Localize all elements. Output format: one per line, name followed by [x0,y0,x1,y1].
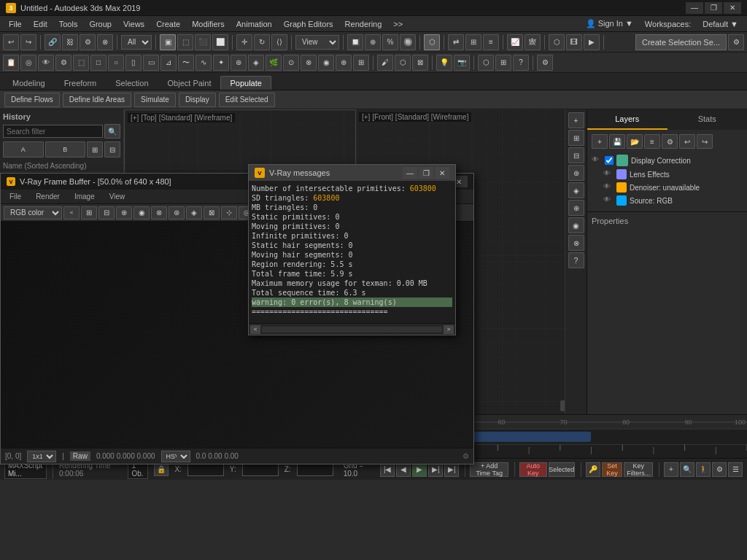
fb-tool3[interactable]: ⊕ [116,206,132,219]
color-mode-select[interactable]: RGB color [4,206,62,219]
set-key-button[interactable]: Set Key [602,462,623,477]
fb-size-select[interactable]: 1x1 [27,451,56,462]
camera-button[interactable]: 📷 [454,55,470,71]
coord-z-input[interactable] [297,463,333,476]
link-button[interactable]: 🔗 [44,34,61,50]
scene-explorer-button[interactable]: 📋 [3,55,19,71]
menu-create[interactable]: Create [150,18,186,30]
percent-snap[interactable]: % [382,34,398,50]
vray-msg-close[interactable]: ✕ [435,167,449,179]
box-button[interactable]: □ [90,55,107,71]
modifier11[interactable]: ⊞ [495,55,511,71]
menu-modifiers[interactable]: Modifiers [186,18,231,30]
isolate-viewport-button[interactable]: + [664,462,678,477]
hist-add[interactable]: ⊞ [87,141,103,158]
layer-eye-icon-4[interactable]: 👁 [603,195,614,206]
create-selection-button[interactable]: Create Selection Se... [635,34,727,50]
cylinder-button[interactable]: ▯ [125,55,142,71]
window-controls[interactable]: — ❐ ✕ [686,2,741,14]
vray-msg-horizontal-scrollbar[interactable]: < > [249,323,455,335]
modifier4[interactable]: 🌿 [266,55,282,71]
fb-tab-file[interactable]: File [4,191,27,202]
selected-button[interactable]: Selected [549,462,575,477]
angle-snap[interactable]: ⊕ [365,34,381,50]
tab-modeling[interactable]: Modeling [3,76,55,90]
align-button[interactable]: ≡ [483,34,499,50]
tab-populate[interactable]: Populate [220,76,271,90]
select-region-button[interactable]: ⬚ [177,34,193,50]
tab-freeform[interactable]: Freeform [55,76,107,90]
fb-tab-view[interactable]: View [104,191,131,202]
render-frame-button[interactable]: ⬡ [424,34,440,50]
simulate-button[interactable]: Simulate [134,93,176,107]
fb-tool4[interactable]: ◉ [133,206,150,219]
spinner-snap[interactable]: 🔘 [400,34,416,50]
filter-button[interactable]: 🔍 [104,124,120,139]
layer-settings-button[interactable]: ⚙ [662,134,678,149]
help-button[interactable]: ? [513,55,529,71]
hist-right[interactable]: B [45,141,86,158]
lasso-select-button[interactable]: ⬛ [195,34,211,50]
vp-tool8[interactable]: ? [568,252,584,268]
vp-tool4[interactable]: ◈ [568,182,584,198]
auto-key-button[interactable]: Auto Key [519,462,546,477]
menu-views[interactable]: Views [117,18,150,30]
menu-sign-in[interactable]: 👤 Sign In ▼ [580,18,639,30]
vray-msg-window-controls[interactable]: — ❐ ✕ [403,167,449,179]
layer-list-button[interactable]: ≡ [644,134,660,149]
vray-msg-maximize[interactable]: ❐ [419,167,433,179]
fb-tool5[interactable]: ⊗ [151,206,167,219]
layer-redo-button[interactable]: ↪ [697,134,713,149]
fb-hsv-select[interactable]: HSV [161,451,190,462]
select-object-button[interactable]: ▣ [160,34,176,50]
array-button[interactable]: ⊞ [465,34,481,50]
vray-msg-minimize[interactable]: — [403,167,417,179]
vp-tool5[interactable]: ⊕ [568,200,584,216]
redo-button[interactable]: ↪ [20,34,36,50]
hscroll-right[interactable]: > [444,325,454,334]
snap-toggle[interactable]: 🔲 [347,34,363,50]
fence-select-button[interactable]: ⬜ [212,34,228,50]
modifier8[interactable]: ⊕ [336,55,352,71]
menu-workspaces-value[interactable]: Default ▼ [697,18,744,30]
fb-tool2[interactable]: ⊟ [98,206,115,219]
curve-editor[interactable]: 📈 [507,34,523,50]
minimize-button[interactable]: — [686,2,703,14]
layer-add-button[interactable]: + [592,134,608,149]
define-idle-areas-button[interactable]: Define Idle Areas [63,93,131,107]
render-setup[interactable]: 🎞 [566,34,582,50]
filter-select[interactable]: All [121,35,152,50]
close-button[interactable]: ✕ [724,2,741,14]
menu-file[interactable]: File [3,18,28,30]
search-filter-input[interactable] [3,125,103,138]
snapshot-btn[interactable]: ⚙ [537,55,553,71]
sphere-button[interactable]: ○ [108,55,124,71]
viewport-options-button[interactable]: ⚙ [712,462,727,477]
fb-tool1[interactable]: ⊞ [81,206,97,219]
layer-undo-button[interactable]: ↩ [679,134,695,149]
bind-button[interactable]: ⚙ [80,34,96,50]
modifier2[interactable]: ⊛ [231,55,247,71]
key-icon-button[interactable]: 🔑 [586,462,600,477]
layer-folder-button[interactable]: 📂 [627,134,643,149]
lock-sel-button[interactable]: 🔒 [154,463,169,476]
unlink-button[interactable]: ⛓ [62,34,78,50]
modifier3[interactable]: ◈ [248,55,264,71]
teapot-button[interactable]: ⊿ [160,55,177,71]
vp-tool6[interactable]: ◉ [568,217,584,233]
menu-animation[interactable]: Animation [231,18,278,30]
modifier9[interactable]: ⊞ [353,55,369,71]
fb-tab-render[interactable]: Render [30,191,66,202]
key-filters-button[interactable]: Key Filters... [624,462,653,477]
modifier7[interactable]: ◉ [318,55,334,71]
fb-raw-toggle[interactable]: Raw [70,451,90,461]
view-select[interactable]: View [295,35,339,50]
toolbar-extra[interactable]: ⚙ [728,34,744,50]
fb-tab-image[interactable]: Image [69,191,101,202]
display-button[interactable]: 👁 [38,55,54,71]
helix-button[interactable]: ∿ [196,55,212,71]
display-button-sub[interactable]: Display [179,93,216,107]
edit-selected-button[interactable]: Edit Selected [219,93,275,107]
walk-mode-button[interactable]: 🚶 [696,462,711,477]
menu-more[interactable]: >> [387,18,409,30]
